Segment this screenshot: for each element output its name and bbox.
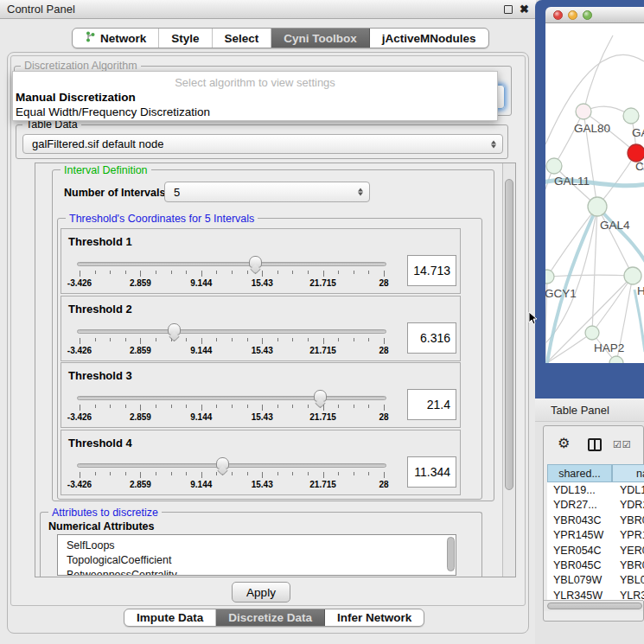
table-row-cell[interactable]: YER054C [553, 545, 602, 557]
table-hscrollbar-thumb[interactable] [547, 603, 642, 609]
table-header-name[interactable]: name [612, 464, 644, 482]
tab-select[interactable]: Select [213, 29, 272, 48]
dropdown-placeholder-item[interactable]: Select algorithm to view settings [13, 76, 497, 89]
tab-infer-network[interactable]: Infer Network [325, 609, 424, 626]
attribute-list-item[interactable]: TopologicalCoefficient [58, 553, 456, 568]
threshold-slider-track[interactable] [77, 329, 386, 334]
control-panel-titlebar: Control Panel ✖ [0, 0, 536, 19]
table-row-cell[interactable]: YDL1 [620, 484, 644, 496]
slider-tick-mark [368, 405, 369, 408]
threshold-slider-handle[interactable] [249, 256, 262, 268]
network-node[interactable] [546, 158, 562, 174]
tab-network[interactable]: Network [73, 29, 159, 48]
table-data-combobox[interactable]: galFiltered.sif default node [22, 134, 503, 154]
network-edge[interactable] [547, 275, 633, 277]
table-row-cell[interactable]: YBR043C [553, 514, 602, 526]
attributes-list-scrollbar[interactable] [447, 535, 456, 575]
table-row-cell[interactable]: YBL0 [620, 574, 644, 586]
tab-cyni-toolbox[interactable]: Cyni Toolbox [271, 29, 370, 48]
attributes-list-scrollbar-thumb[interactable] [447, 537, 455, 571]
slider-tick-mark [262, 472, 263, 478]
slider-tick-mark [247, 271, 248, 274]
slider-tick-mark [368, 472, 369, 475]
select-columns-checkboxes-icon[interactable]: ☑☑ [613, 439, 632, 450]
tab-style[interactable]: Style [159, 29, 212, 48]
float-window-icon[interactable] [504, 5, 513, 14]
slider-tick-label: -3.426 [67, 412, 92, 422]
slider-tick-mark [201, 338, 202, 344]
slider-tick-label: 28 [379, 278, 388, 288]
network-node[interactable] [576, 104, 591, 119]
table-horizontal-scrollbar[interactable] [544, 600, 643, 611]
settings-scrollbar[interactable] [502, 163, 515, 577]
traffic-light-minimize-icon[interactable] [568, 10, 577, 20]
threshold-slider-handle[interactable] [314, 390, 327, 402]
interval-definition-title: Interval Definition [61, 164, 151, 176]
threshold-value-field[interactable]: 21.4 [407, 389, 456, 420]
columns-icon[interactable] [588, 438, 602, 451]
slider-tick-label: 2.859 [130, 480, 151, 489]
table-row-cell[interactable]: YDL19... [553, 484, 596, 496]
network-tab-icon [85, 31, 95, 45]
table-row-cell[interactable]: YDR27... [553, 499, 597, 511]
table-row-cell[interactable]: YDR2 [620, 499, 644, 511]
network-node[interactable] [545, 270, 554, 284]
network-node[interactable] [624, 267, 641, 284]
network-node[interactable] [588, 197, 607, 216]
slider-tick-mark [277, 405, 278, 408]
threshold-value-field[interactable]: 11.344 [407, 456, 456, 488]
network-node-selected[interactable] [628, 144, 644, 162]
numerical-attributes-list[interactable]: SelfLoopsTopologicalCoefficientBetweenne… [57, 534, 456, 576]
slider-tick-label: 21.715 [309, 346, 336, 355]
table-rows[interactable]: YDL19...YDL1YDR27...YDR2YBR043CYBR0YPR14… [547, 482, 644, 601]
network-node[interactable] [623, 108, 639, 124]
apply-button[interactable]: Apply [232, 582, 290, 603]
threshold-value-field[interactable]: 14.713 [407, 255, 456, 286]
threshold-slider-track[interactable] [77, 463, 386, 468]
network-edge-highlighted[interactable] [634, 290, 644, 352]
network-edge[interactable] [592, 276, 633, 333]
threshold-slider-handle[interactable] [168, 323, 181, 335]
slider-tick-mark [232, 472, 233, 475]
slider-tick-label: 9.144 [190, 278, 212, 288]
threshold-value-field[interactable]: 6.316 [407, 322, 456, 354]
close-icon[interactable]: ✖ [520, 5, 529, 14]
traffic-light-close-icon[interactable] [553, 10, 563, 20]
dropdown-item-equal-width[interactable]: Equal Width/Frequency Discretization [16, 105, 210, 118]
attribute-list-item[interactable]: BetweennessCentrality [58, 568, 456, 576]
table-row-cell[interactable]: YBR045C [553, 559, 602, 571]
table-row-cell[interactable]: YPR1 [620, 529, 644, 541]
slider-tick-mark [338, 271, 339, 274]
number-of-intervals-combobox[interactable]: 5 [164, 182, 370, 202]
table-row-cell[interactable]: YPR145W [553, 529, 603, 541]
attribute-list-item[interactable]: SelfLoops [58, 539, 456, 553]
settings-scrollbar-thumb[interactable] [505, 179, 513, 490]
network-node-label: GCY1 [545, 287, 577, 300]
table-row-cell[interactable]: YER0 [620, 545, 644, 557]
network-canvas[interactable]: GAL80GACGAL11GAL4GCY1HHAP2 [545, 23, 644, 363]
thresholds-group-title: Threshold's Coordinates for 5 Intervals [66, 213, 258, 225]
threshold-slider-track[interactable] [77, 262, 386, 266]
slider-tick-mark [323, 271, 324, 277]
slider-tick-mark [156, 271, 156, 274]
threshold-slider-handle[interactable] [216, 457, 229, 469]
slider-tick-mark [308, 472, 309, 475]
slider-tick-mark [354, 472, 354, 475]
tab-impute-data[interactable]: Impute Data [124, 609, 216, 626]
gear-icon[interactable]: ⚙ [558, 437, 570, 450]
tab-jactivemnodules[interactable]: jActiveMNodules [370, 29, 488, 48]
table-row-cell[interactable]: YBR0 [620, 514, 644, 526]
slider-tick-mark [232, 271, 233, 274]
traffic-light-zoom-icon[interactable] [583, 10, 592, 20]
network-edge[interactable] [554, 112, 583, 166]
table-row-cell[interactable]: YBR0 [620, 559, 644, 571]
tab-discretize-data[interactable]: Discretize Data [216, 609, 325, 626]
dropdown-item-manual-discretization[interactable]: Manual Discretization [16, 91, 136, 104]
threshold-slider-track[interactable] [77, 396, 386, 400]
table-header-shared-name[interactable]: shared... [547, 464, 612, 482]
table-row-cell[interactable]: YBL079W [553, 574, 602, 586]
network-node[interactable] [585, 326, 599, 340]
network-edge[interactable] [597, 207, 633, 276]
table-header-row: shared...name [547, 464, 644, 482]
network-edge-highlighted[interactable] [597, 207, 644, 264]
